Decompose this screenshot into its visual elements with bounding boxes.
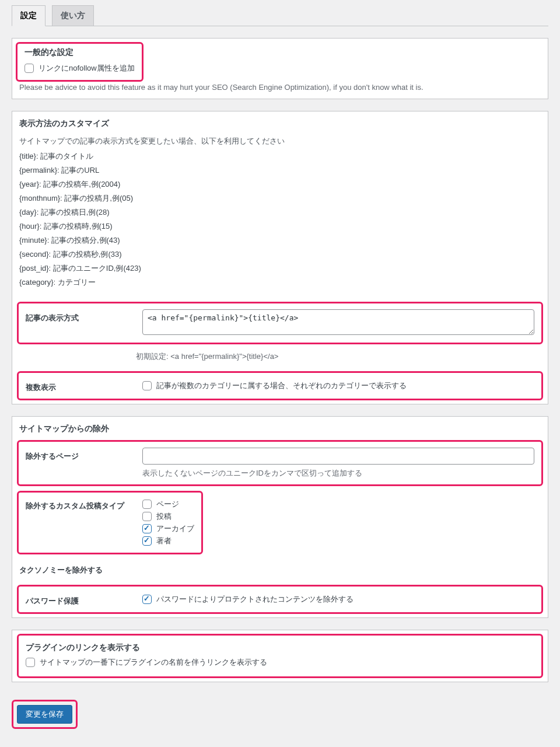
general-settings-box: 一般的な設定 リンクにnofollow属性を追加 Please be advic… (12, 38, 548, 99)
ph-second: {second}: 記事の投稿秒,例(33) (19, 249, 541, 260)
format-default-note: 初期設定: <a href="{permalink}">{title}</a> (136, 351, 541, 362)
pw-label: パスワード保護 (26, 592, 142, 606)
pw-checkbox-label: パスワードによりプロテクトされたコンテンツを除外する (156, 594, 354, 605)
cpt-archive-label: アーカイブ (156, 523, 194, 534)
tab-settings[interactable]: 設定 (12, 5, 46, 26)
multi-label: 複数表示 (26, 379, 142, 393)
cpt-page-label: ページ (156, 499, 179, 509)
ph-postid: {post_id}: 記事のユニークID,例(423) (19, 263, 541, 274)
ph-day: {day}: 記事の投稿日,例(28) (19, 207, 541, 218)
tab-usage[interactable]: 使い方 (52, 5, 94, 26)
cpt-page-checkbox[interactable] (142, 500, 152, 509)
pluginlink-checkbox[interactable] (26, 658, 35, 667)
display-intro: サイトマップでの記事の表示方式を変更したい場合、以下を利用してください (19, 136, 541, 146)
ph-title: {title}: 記事のタイトル (19, 151, 541, 162)
multi-checkbox[interactable] (142, 381, 152, 390)
format-textarea[interactable] (142, 309, 534, 335)
submit-highlight: 変更を保存 (12, 700, 78, 729)
ph-category: {category}: カテゴリー (19, 277, 541, 288)
exclude-pages-note: 表示したくないページのユニークIDをカンマで区切って追加する (142, 468, 534, 479)
exclude-pages-label: 除外するページ (26, 448, 142, 462)
cpt-author-label: 著者 (156, 536, 172, 546)
exclude-pages-input[interactable] (142, 448, 534, 465)
ph-year: {year}: 記事の投稿年,例(2004) (19, 179, 541, 190)
nofollow-label: リンクにnofollow属性を追加 (38, 63, 135, 74)
display-customize-box: 表示方法のカスタマイズ サイトマップでの記事の表示方式を変更したい場合、以下を利… (12, 111, 548, 404)
cpt-post-label: 投稿 (156, 511, 172, 522)
cpt-archive-checkbox[interactable] (142, 524, 152, 533)
tab-bar: 設定 使い方 (12, 0, 548, 26)
pw-checkbox[interactable] (142, 595, 152, 604)
ph-hour: {hour}: 記事の投稿時,例(15) (19, 221, 541, 232)
cpt-author-checkbox[interactable] (142, 536, 152, 546)
cpt-post-checkbox[interactable] (142, 512, 152, 521)
exclude-heading: サイトマップからの除外 (12, 417, 548, 437)
save-button[interactable]: 変更を保存 (17, 705, 72, 724)
exclude-tax-label: タクソノミーを除外する (19, 561, 136, 575)
ph-minute: {minute}: 記事の投稿分,例(43) (19, 235, 541, 246)
ph-permalink: {permalink}: 記事のURL (19, 165, 541, 176)
pluginlink-heading: プラグインのリンクを表示する (19, 636, 541, 655)
pluginlink-checkbox-label: サイトマップの一番下にプラグインの名前を伴うリンクを表示する (40, 657, 267, 668)
multi-checkbox-label: 記事が複数のカテゴリーに属する場合、それぞれのカテゴリーで表示する (156, 381, 407, 391)
exclude-box: サイトマップからの除外 除外するページ 表示したくないページのユニークIDをカン… (12, 416, 548, 618)
display-heading: 表示方法のカスタマイズ (12, 111, 548, 131)
format-label: 記事の表示方式 (26, 309, 142, 323)
plugin-link-box: プラグインのリンクを表示する サイトマップの一番下にプラグインの名前を伴うリンク… (12, 630, 548, 682)
nofollow-note: Please be advice to avoid this feature a… (19, 83, 541, 92)
general-heading: 一般的な設定 (21, 45, 138, 59)
exclude-cpt-label: 除外するカスタム投稿タイプ (26, 497, 142, 511)
ph-monthnum: {monthnum}: 記事の投稿月,例(05) (19, 193, 541, 204)
nofollow-checkbox[interactable] (24, 64, 34, 73)
